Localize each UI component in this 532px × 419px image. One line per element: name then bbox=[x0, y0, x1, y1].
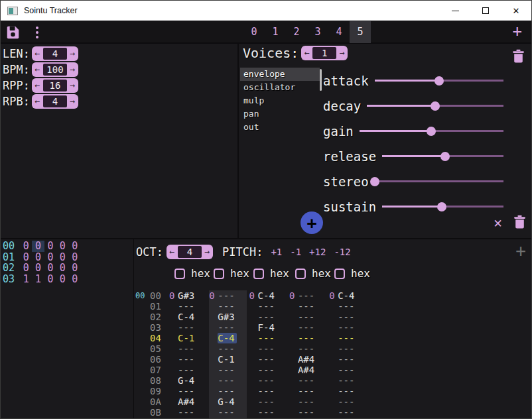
pattern-number[interactable] bbox=[289, 301, 298, 312]
pattern-cell[interactable]: --- bbox=[338, 322, 357, 333]
sustain-slider-thumb[interactable] bbox=[437, 202, 446, 211]
pattern-number[interactable] bbox=[209, 386, 218, 396]
octave-decrement-button[interactable]: ← bbox=[166, 245, 178, 259]
pattern-number[interactable] bbox=[209, 333, 218, 343]
pattern-cell[interactable]: --- bbox=[338, 354, 357, 365]
pattern-number[interactable] bbox=[329, 396, 338, 407]
pattern-number[interactable] bbox=[289, 365, 298, 375]
release-slider[interactable] bbox=[382, 152, 503, 161]
pattern-cell[interactable]: G#3 bbox=[218, 312, 237, 322]
add-instrument-button[interactable]: + bbox=[513, 21, 522, 42]
tab-instrument-5[interactable]: 5 bbox=[350, 21, 371, 43]
pattern-number[interactable] bbox=[329, 386, 338, 396]
pattern-number[interactable] bbox=[169, 386, 178, 396]
pattern-cell[interactable]: --- bbox=[338, 386, 357, 396]
pattern-cell[interactable]: --- bbox=[218, 375, 237, 386]
pattern-number[interactable] bbox=[329, 365, 338, 375]
pattern-number[interactable]: 0 bbox=[329, 290, 338, 301]
pattern-cell[interactable]: --- bbox=[218, 322, 237, 333]
order-cell[interactable]: 0 bbox=[69, 252, 81, 263]
hex-checkbox-track-3[interactable] bbox=[295, 269, 306, 279]
pattern-cell[interactable]: --- bbox=[218, 290, 237, 301]
order-cell[interactable]: 0 bbox=[56, 241, 68, 252]
rpp-value[interactable]: 16 bbox=[43, 80, 67, 91]
pattern-number[interactable] bbox=[169, 354, 178, 365]
pattern-number[interactable] bbox=[209, 343, 218, 354]
pattern-cell[interactable]: F-4 bbox=[258, 322, 277, 333]
pattern-cell[interactable]: C-1 bbox=[218, 354, 237, 365]
pattern-number[interactable]: 0 bbox=[249, 290, 258, 301]
voices-increment-button[interactable]: → bbox=[336, 46, 348, 60]
pattern-number[interactable] bbox=[249, 343, 258, 354]
pattern-number[interactable] bbox=[169, 407, 178, 418]
pattern-cell[interactable]: --- bbox=[258, 301, 277, 312]
order-cell[interactable]: 0 bbox=[20, 241, 32, 252]
release-slider-thumb[interactable] bbox=[440, 152, 450, 161]
pattern-cell[interactable]: A#4 bbox=[298, 354, 317, 365]
order-cell[interactable]: 0 bbox=[32, 252, 44, 263]
pattern-cell[interactable]: --- bbox=[258, 354, 277, 365]
rpb-increment-button[interactable]: → bbox=[67, 94, 78, 109]
hex-checkbox-track-2[interactable] bbox=[253, 269, 264, 279]
pattern-cell[interactable]: --- bbox=[298, 375, 317, 386]
pattern-number[interactable] bbox=[329, 375, 338, 386]
pattern-cell[interactable]: --- bbox=[338, 333, 357, 343]
decay-slider[interactable] bbox=[367, 101, 503, 111]
order-cell[interactable]: 0 bbox=[20, 263, 32, 274]
rpb-value[interactable]: 4 bbox=[43, 95, 67, 107]
pattern-cell[interactable]: --- bbox=[218, 407, 237, 418]
pattern-number[interactable] bbox=[169, 322, 178, 333]
pattern-number[interactable] bbox=[209, 365, 218, 375]
pitch-button--12[interactable]: -12 bbox=[334, 247, 350, 257]
pattern-number[interactable] bbox=[209, 396, 218, 407]
pattern-cell[interactable]: --- bbox=[218, 365, 237, 375]
pattern-number[interactable] bbox=[329, 301, 338, 312]
pattern-cell[interactable]: C-4 bbox=[178, 312, 197, 322]
rpb-decrement-button[interactable]: ← bbox=[32, 94, 43, 109]
pattern-number[interactable] bbox=[209, 407, 218, 418]
pattern-cell[interactable]: --- bbox=[178, 386, 197, 396]
rpp-decrement-button[interactable]: ← bbox=[32, 78, 43, 93]
gain-slider[interactable] bbox=[360, 127, 503, 136]
clear-unit-button[interactable]: ✕ bbox=[494, 215, 502, 231]
voices-value[interactable]: 1 bbox=[312, 47, 336, 59]
voices-decrement-button[interactable]: ← bbox=[301, 46, 312, 60]
order-cell[interactable]: 0 bbox=[69, 241, 81, 252]
pattern-number[interactable] bbox=[249, 386, 258, 396]
pattern-number[interactable] bbox=[249, 396, 258, 407]
tab-instrument-3[interactable]: 3 bbox=[307, 21, 328, 43]
pattern-cell[interactable]: --- bbox=[218, 386, 237, 396]
pattern-cell[interactable]: --- bbox=[258, 407, 277, 418]
order-cell[interactable]: 0 bbox=[32, 263, 44, 274]
len-increment-button[interactable]: → bbox=[67, 46, 78, 61]
len-decrement-button[interactable]: ← bbox=[32, 46, 43, 61]
pattern-number[interactable] bbox=[249, 354, 258, 365]
pattern-cell[interactable]: --- bbox=[258, 365, 277, 375]
pattern-number[interactable] bbox=[209, 301, 218, 312]
pattern-number[interactable] bbox=[329, 343, 338, 354]
pattern-number[interactable] bbox=[209, 312, 218, 322]
order-cell[interactable]: 0 bbox=[44, 274, 56, 285]
pattern-number[interactable]: 0 bbox=[169, 290, 178, 301]
pattern-cell[interactable]: --- bbox=[258, 333, 277, 343]
pattern-cell[interactable]: --- bbox=[218, 301, 237, 312]
tab-instrument-1[interactable]: 1 bbox=[265, 21, 286, 43]
hex-checkbox-track-4[interactable] bbox=[334, 269, 345, 279]
order-cell[interactable]: 0 bbox=[20, 252, 32, 263]
save-button[interactable] bbox=[6, 25, 20, 39]
close-button[interactable]: ✕ bbox=[501, 1, 531, 21]
unit-list-scrollbar[interactable] bbox=[320, 69, 322, 91]
stereo-slider[interactable] bbox=[375, 177, 503, 186]
pattern-cell[interactable]: --- bbox=[298, 386, 317, 396]
pattern-cell[interactable]: --- bbox=[178, 343, 197, 354]
pattern-cell[interactable]: --- bbox=[218, 343, 237, 354]
pattern-cell[interactable]: --- bbox=[338, 312, 357, 322]
pattern-number[interactable] bbox=[169, 333, 178, 343]
pattern-number[interactable] bbox=[329, 354, 338, 365]
pattern-cell[interactable]: --- bbox=[258, 386, 277, 396]
tab-instrument-4[interactable]: 4 bbox=[328, 21, 350, 43]
pattern-number[interactable] bbox=[169, 375, 178, 386]
pattern-number[interactable] bbox=[169, 312, 178, 322]
pattern-cell[interactable]: --- bbox=[298, 290, 317, 301]
unit-item-oscillator[interactable]: oscillator bbox=[240, 81, 320, 94]
